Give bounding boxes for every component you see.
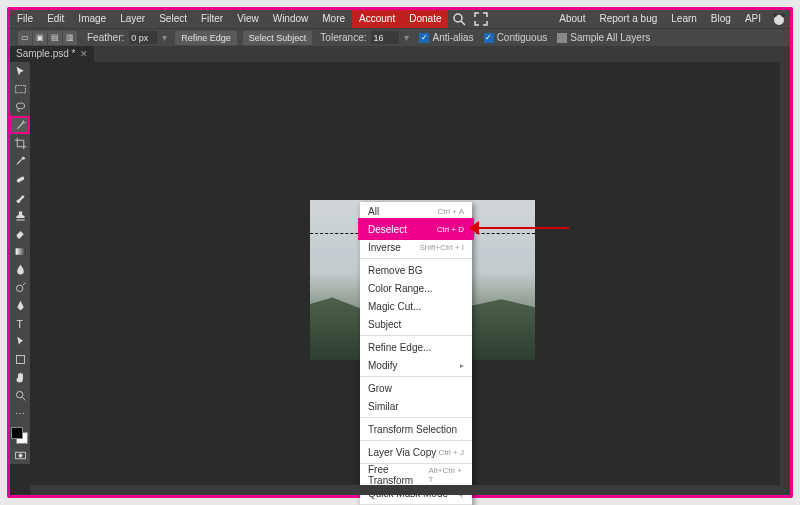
antialias-label: Anti-alias: [432, 32, 473, 43]
document-tabs: Sample.psd * ✕: [10, 46, 790, 62]
menu-item-shortcut: Shift+Ctrl + I: [420, 243, 464, 252]
close-icon[interactable]: ✕: [80, 46, 88, 62]
menu-window[interactable]: Window: [266, 10, 316, 28]
tool-zoom[interactable]: [10, 386, 30, 404]
menubar: File Edit Image Layer Select Filter View…: [10, 10, 790, 28]
tool-path-select[interactable]: [10, 332, 30, 350]
sel-mode-subtract[interactable]: ▤: [48, 31, 62, 45]
menu-separator: [360, 258, 472, 259]
contiguous-label: Contiguous: [497, 32, 548, 43]
menu-donate[interactable]: Donate: [402, 10, 448, 28]
tab-sample[interactable]: Sample.psd * ✕: [10, 46, 94, 62]
menu-item-label: Magic Cut...: [368, 301, 421, 312]
link-blog[interactable]: Blog: [704, 10, 738, 28]
svg-rect-5: [15, 85, 25, 92]
sample-all-checkbox[interactable]: [557, 33, 567, 43]
menu-more[interactable]: More: [315, 10, 352, 28]
tool-gradient[interactable]: [10, 242, 30, 260]
sel-mode-intersect[interactable]: ▥: [63, 31, 77, 45]
link-about[interactable]: About: [552, 10, 592, 28]
menu-item-label: Remove BG: [368, 265, 422, 276]
menu-item-label: Color Range...: [368, 283, 432, 294]
menu-item-shortcut: Alt+Ctrl + T: [428, 466, 464, 484]
menu-item-free-transform[interactable]: Free TransformAlt+Ctrl + T: [360, 466, 472, 484]
antialias-checkbox[interactable]: ✓: [419, 33, 429, 43]
tool-shape[interactable]: [10, 350, 30, 368]
menu-image[interactable]: Image: [71, 10, 113, 28]
tool-text[interactable]: T: [10, 314, 30, 332]
sel-mode-new[interactable]: ▭: [18, 31, 32, 45]
menu-item-grow[interactable]: Grow: [360, 379, 472, 397]
tool-stamp[interactable]: [10, 206, 30, 224]
menu-item-remove-bg[interactable]: Remove BG: [360, 261, 472, 279]
menu-item-deselect[interactable]: DeselectCtrl + D: [360, 220, 472, 238]
selection-mode-group: ▭ ▣ ▤ ▥: [18, 31, 78, 45]
menu-select[interactable]: Select: [152, 10, 194, 28]
quick-mask-toggle[interactable]: [10, 446, 30, 464]
svg-line-1: [461, 21, 465, 25]
menu-item-transform-selection[interactable]: Transform Selection: [360, 420, 472, 438]
svg-point-4: [781, 13, 785, 17]
color-swatches[interactable]: [10, 426, 30, 446]
select-subject-button[interactable]: Select Subject: [243, 31, 313, 45]
menu-separator: [360, 335, 472, 336]
tool-magic-wand[interactable]: [10, 116, 30, 134]
menu-account[interactable]: Account: [352, 10, 402, 28]
fullscreen-icon[interactable]: [473, 11, 489, 27]
menu-item-layer-via-copy[interactable]: Layer Via CopyCtrl + J: [360, 443, 472, 461]
link-learn[interactable]: Learn: [664, 10, 704, 28]
annotation-arrow: [477, 220, 577, 236]
photopea-app: File Edit Image Layer Select Filter View…: [7, 7, 793, 498]
sample-all-label: Sample All Layers: [570, 32, 650, 43]
menu-filter[interactable]: Filter: [194, 10, 230, 28]
menu-item-subject[interactable]: Subject: [360, 315, 472, 333]
tool-brush[interactable]: [10, 188, 30, 206]
sel-mode-add[interactable]: ▣: [33, 31, 47, 45]
vertical-scrollbar[interactable]: [780, 62, 790, 485]
more-tools-icon[interactable]: ⋯: [10, 404, 30, 422]
options-bar: ▭ ▣ ▤ ▥ Feather: ▾ Refine Edge Select Su…: [10, 28, 790, 46]
menu-separator: [360, 376, 472, 377]
menu-view[interactable]: View: [230, 10, 266, 28]
tool-pen[interactable]: [10, 296, 30, 314]
menu-item-all[interactable]: AllCtrl + A: [360, 202, 472, 220]
feather-input[interactable]: [129, 31, 157, 44]
menu-item-modify[interactable]: Modify▸: [360, 356, 472, 374]
tool-eraser[interactable]: [10, 224, 30, 242]
menu-separator: [360, 440, 472, 441]
menu-item-shortcut: Ctrl + A: [438, 207, 464, 216]
menu-item-label: Similar: [368, 401, 399, 412]
refine-edge-button[interactable]: Refine Edge: [175, 31, 237, 45]
menu-item-color-range[interactable]: Color Range...: [360, 279, 472, 297]
menu-file[interactable]: File: [10, 10, 40, 28]
tool-blur[interactable]: [10, 260, 30, 278]
tolerance-input[interactable]: [371, 31, 399, 44]
menu-item-refine-edge[interactable]: Refine Edge...: [360, 338, 472, 356]
contiguous-checkbox[interactable]: ✓: [484, 33, 494, 43]
svg-point-9: [16, 285, 23, 292]
menu-item-magic-cut[interactable]: Magic Cut...: [360, 297, 472, 315]
menu-item-label: Refine Edge...: [368, 342, 431, 353]
menu-separator: [360, 417, 472, 418]
search-icon[interactable]: [451, 11, 467, 27]
menu-layer[interactable]: Layer: [113, 10, 152, 28]
menu-item-label: Deselect: [368, 224, 407, 235]
menu-item-shortcut: Ctrl + J: [438, 448, 464, 457]
tool-eyedropper[interactable]: [10, 152, 30, 170]
tool-heal[interactable]: [10, 170, 30, 188]
tool-rect-select[interactable]: [10, 80, 30, 98]
tool-dodge[interactable]: [10, 278, 30, 296]
link-report-bug[interactable]: Report a bug: [592, 10, 664, 28]
tool-crop[interactable]: [10, 134, 30, 152]
tool-lasso[interactable]: [10, 98, 30, 116]
menu-edit[interactable]: Edit: [40, 10, 71, 28]
feather-label: Feather:: [82, 30, 129, 46]
menu-item-similar[interactable]: Similar: [360, 397, 472, 415]
tool-move[interactable]: [10, 62, 30, 80]
horizontal-scrollbar[interactable]: [30, 485, 790, 495]
menu-item-inverse[interactable]: InverseShift+Ctrl + I: [360, 238, 472, 256]
tool-hand[interactable]: [10, 368, 30, 386]
svg-point-12: [16, 391, 23, 398]
svg-rect-8: [15, 248, 25, 255]
link-api[interactable]: API: [738, 10, 768, 28]
